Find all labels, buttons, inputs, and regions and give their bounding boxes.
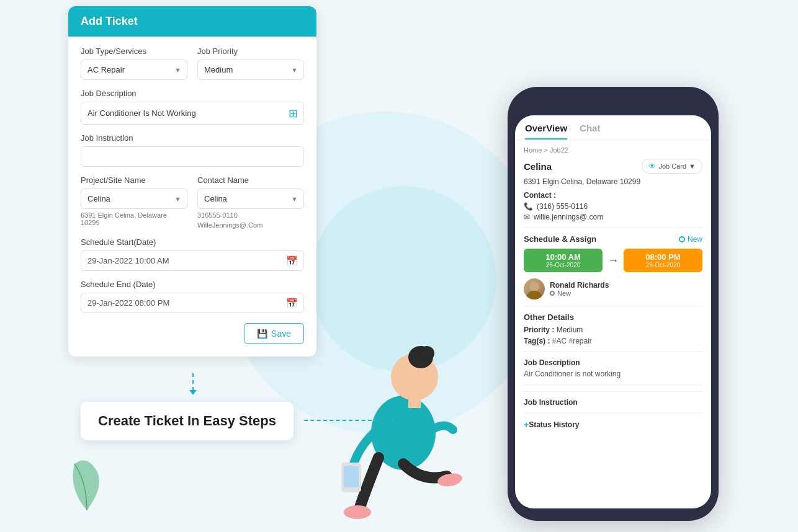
contact-group: Contact Name Celina ▼ 316555-0116 WilleJ… xyxy=(197,175,304,229)
customer-name: Celina xyxy=(524,161,552,172)
schedule-start-wrap: 📅 xyxy=(81,250,304,271)
customer-row: Celina 👁 Job Card ▼ xyxy=(524,159,702,174)
phone-content: Home > Job22 Celina 👁 Job Card ▼ 6391 El… xyxy=(515,140,711,508)
tech-status-row: New xyxy=(550,290,609,297)
eye-icon: 👁 xyxy=(648,162,656,171)
save-label: Save xyxy=(271,329,291,339)
tech-avatar xyxy=(524,278,545,299)
form-row-site-contact: Project/Site Name Celina ▼ 6391 Elgin Ce… xyxy=(81,175,304,229)
arrow-right-tip xyxy=(391,417,396,424)
form-body: Job Type/Services AC Repair ▼ Job Priori… xyxy=(68,37,316,357)
save-disk-icon: 💾 xyxy=(257,329,267,339)
job-card-label: Job Card xyxy=(658,162,686,170)
schedule-start-box: 10:00 AM 26-Oct-2020 xyxy=(524,249,603,272)
job-type-select-wrap: AC Repair ▼ xyxy=(81,60,187,80)
phone-mockup: OverView Chat Home > Job22 Celina 👁 Job … xyxy=(508,87,719,521)
plus-icon: + xyxy=(524,420,529,430)
divider-3 xyxy=(524,352,702,352)
job-card-button[interactable]: 👁 Job Card ▼ xyxy=(642,159,702,174)
schedule-end-calendar-icon[interactable]: 📅 xyxy=(286,298,298,309)
job-instruction-label: Job Instruction xyxy=(81,133,304,143)
contact-email-text: WilleJennings@.Com xyxy=(197,221,304,229)
schedule-start-calendar-icon[interactable]: 📅 xyxy=(286,255,298,267)
form-title: Add Ticket xyxy=(81,15,304,28)
job-priority-label: Job Priority xyxy=(197,47,304,56)
schedule-arrow-icon: → xyxy=(607,254,619,267)
schedule-start-label: Schedule Start(Date) xyxy=(81,237,304,247)
schedule-start-group: Schedule Start(Date) 📅 xyxy=(81,237,304,271)
schedule-end-wrap: 📅 xyxy=(81,293,304,313)
tab-chat[interactable]: Chat xyxy=(580,123,600,140)
job-desc-wrap: ⊞ xyxy=(81,102,304,125)
contact-phone-number: (316) 555-0116 xyxy=(537,202,588,211)
site-label: Project/Site Name xyxy=(81,175,187,185)
job-type-group: Job Type/Services AC Repair ▼ xyxy=(81,47,187,80)
svg-rect-8 xyxy=(344,466,359,487)
status-history-title: Status History xyxy=(529,420,579,429)
svg-point-6 xyxy=(344,505,371,519)
form-header: Add Ticket xyxy=(68,6,316,37)
job-priority-group: Job Priority Medium ▼ xyxy=(197,47,304,80)
schedule-end-group: Schedule End (Date) 📅 xyxy=(81,280,304,313)
divider-1 xyxy=(524,228,702,228)
new-circle-icon xyxy=(679,236,685,242)
job-instruction-input[interactable] xyxy=(81,146,304,167)
divider-4 xyxy=(524,384,702,385)
tech-status-label: New xyxy=(557,290,571,297)
schedule-end-input[interactable] xyxy=(81,293,304,313)
job-instruction-collapsible[interactable]: Job Instruction xyxy=(524,391,702,413)
schedule-end-time: 08:00 PM xyxy=(629,252,697,262)
person-illustration xyxy=(323,321,484,532)
ticket-form-card: Add Ticket Job Type/Services AC Repair ▼… xyxy=(68,6,316,357)
schedule-start-input[interactable] xyxy=(81,250,304,271)
schedule-section-header: Schedule & Assign New xyxy=(524,234,702,244)
tags-value: #AC #repair xyxy=(552,337,592,345)
dashed-line-vertical xyxy=(192,373,194,391)
job-desc-section: Job Description Air Conditioner is not w… xyxy=(524,358,702,378)
phone-screen: OverView Chat Home > Job22 Celina 👁 Job … xyxy=(515,115,711,508)
contact-select[interactable]: Celina xyxy=(197,188,304,209)
breadcrumb-home[interactable]: Home xyxy=(524,146,542,154)
job-priority-select[interactable]: Medium xyxy=(197,60,304,80)
tech-info: Ronald Richards New xyxy=(550,281,609,297)
contact-phone-text: 316555-0116 xyxy=(197,211,304,219)
email-icon: ✉ xyxy=(524,213,530,221)
save-button[interactable]: 💾 Save xyxy=(244,323,304,344)
contact-email-address: willie.jennings@.com xyxy=(534,213,603,221)
tech-name: Ronald Richards xyxy=(550,281,609,290)
schedule-start-date: 26-Oct-2020 xyxy=(529,262,598,268)
schedule-times-row: 10:00 AM 26-Oct-2020 → 08:00 PM 26-Oct-2… xyxy=(524,249,702,272)
divider-2 xyxy=(524,306,702,306)
job-desc-input[interactable] xyxy=(81,102,304,125)
phone-breadcrumb: Home > Job22 xyxy=(524,146,702,154)
schedule-end-box: 08:00 PM 26-Oct-2020 xyxy=(624,249,702,272)
schedule-end-date: 26-Oct-2020 xyxy=(629,262,697,268)
job-desc-section-text: Air Conditioner is not working xyxy=(524,370,702,378)
other-details-title: Other Details xyxy=(524,313,702,322)
phone-icon: 📞 xyxy=(524,202,533,211)
contact-select-wrap: Celina ▼ xyxy=(197,188,304,209)
image-upload-icon[interactable]: ⊞ xyxy=(289,107,298,120)
contact-section-label: Contact : xyxy=(524,191,702,200)
site-select-wrap: Celina ▼ xyxy=(81,188,187,209)
job-type-label: Job Type/Services xyxy=(81,47,187,56)
form-row-1: Job Type/Services AC Repair ▼ Job Priori… xyxy=(81,47,304,80)
leaf-decoration xyxy=(62,451,112,513)
new-label: New xyxy=(688,235,702,244)
contact-email-row: ✉ willie.jennings@.com xyxy=(524,213,702,221)
tab-overview[interactable]: OverView xyxy=(525,123,567,140)
arrow-down-tip xyxy=(189,390,197,395)
phone-tabs: OverView Chat xyxy=(515,115,711,140)
contact-phone-row: 📞 (316) 555-0116 xyxy=(524,202,702,211)
priority-row: Priority : Medium xyxy=(524,326,702,334)
site-select[interactable]: Celina xyxy=(81,188,187,209)
form-actions: 💾 Save xyxy=(81,323,304,344)
dashed-arrow-right xyxy=(304,417,396,424)
priority-label: Priority : xyxy=(524,326,554,334)
job-type-select[interactable]: AC Repair xyxy=(81,60,187,80)
status-history-collapsible[interactable]: + Status History xyxy=(524,413,702,436)
technician-row: Ronald Richards New xyxy=(524,278,702,299)
job-priority-select-wrap: Medium ▼ xyxy=(197,60,304,80)
dashed-arrow-down xyxy=(189,373,197,395)
customer-address: 6391 Elgin Celina, Delaware 10299 xyxy=(524,177,702,186)
